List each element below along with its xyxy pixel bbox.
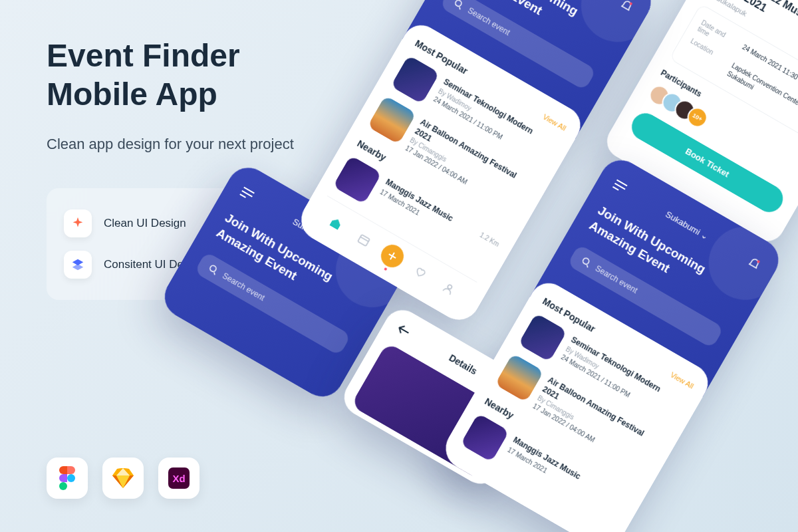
screen-title: Details bbox=[448, 352, 479, 376]
view-all-link[interactable]: View All bbox=[541, 113, 567, 133]
section-title-nearby: Nearby bbox=[355, 138, 388, 164]
svg-point-8 bbox=[582, 257, 590, 265]
event-thumb bbox=[495, 353, 544, 402]
nav-profile-icon[interactable] bbox=[433, 273, 464, 304]
sparkle-icon bbox=[64, 209, 92, 237]
back-arrow-icon[interactable] bbox=[396, 323, 412, 337]
event-date: 17 March 2021 bbox=[506, 446, 622, 517]
svg-point-10 bbox=[209, 265, 217, 273]
event-thumb bbox=[332, 156, 382, 205]
city-selector[interactable]: Sukabumi ⌄ bbox=[664, 209, 710, 241]
figma-icon bbox=[47, 458, 88, 499]
bell-icon[interactable] bbox=[618, 0, 635, 14]
svg-point-4 bbox=[454, 0, 462, 7]
search-icon bbox=[580, 256, 593, 269]
nav-home-icon[interactable] bbox=[321, 208, 351, 239]
nav-favorites-icon[interactable] bbox=[405, 257, 436, 288]
svg-point-0 bbox=[67, 474, 75, 482]
layers-icon bbox=[64, 251, 92, 279]
section-title-nearby: Nearby bbox=[483, 396, 515, 422]
hero-title: Event Finder Mobile App bbox=[47, 37, 339, 113]
event-thumb bbox=[518, 313, 567, 362]
view-all-link[interactable]: View All bbox=[669, 370, 695, 390]
event-thumb bbox=[390, 55, 440, 104]
event-thumb bbox=[460, 414, 509, 463]
svg-rect-5 bbox=[358, 235, 370, 246]
event-thumb bbox=[367, 96, 416, 145]
search-icon bbox=[452, 0, 465, 11]
bell-icon[interactable] bbox=[746, 255, 763, 272]
nav-calendar-icon[interactable] bbox=[348, 225, 379, 255]
search-icon bbox=[207, 263, 219, 276]
feature-label: Clean UI Design bbox=[104, 217, 186, 230]
menu-icon[interactable] bbox=[239, 186, 255, 201]
chevron-down-icon: ⌄ bbox=[700, 229, 711, 241]
menu-icon[interactable] bbox=[612, 178, 628, 194]
